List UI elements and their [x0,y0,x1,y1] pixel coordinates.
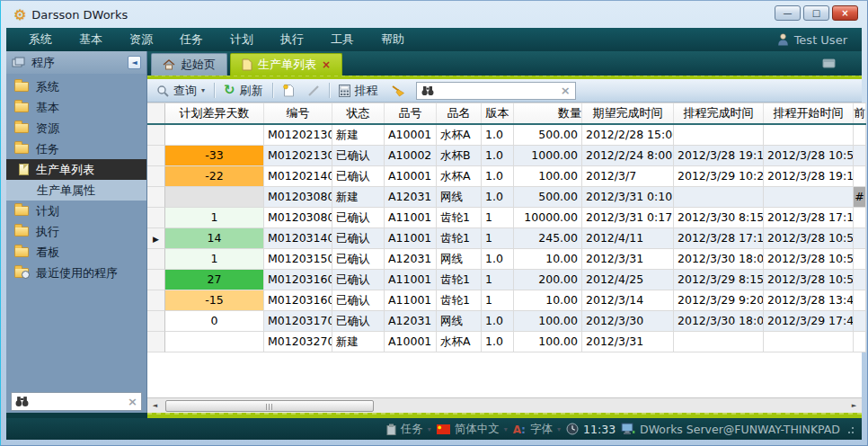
new-document-icon [282,84,295,97]
cell-version: 1.0 [482,146,514,166]
horizontal-scrollbar[interactable]: ◄ ► [147,397,862,413]
cell-clipped [854,270,866,290]
sidebar-item[interactable]: 基本 [6,97,146,118]
menu-item[interactable]: 工具 [317,31,368,48]
sidebar-item[interactable]: 生产单属性 [6,180,146,201]
sidebar-item[interactable]: 执行 [6,221,146,242]
cell-clipped: # [854,187,866,208]
sidebar-item[interactable]: 看板 [6,242,146,263]
table-row[interactable]: -33 M012021302 已确认 A10002 水杯B 1.0 1000.0… [147,146,866,166]
header-diff-days[interactable]: 计划差异天数 [165,103,264,123]
table-row[interactable]: M012030801 新建 A12031 网线 1.0 500.00 2012/… [147,187,866,208]
table-row[interactable]: 0 M012031701 已确认 A12031 网线 1.0 100.00 20… [147,311,866,332]
schedule-button[interactable]: 排程 [335,81,382,101]
resize-grip[interactable] [846,424,855,434]
tab-production-order-list[interactable]: 生产单列表 × [230,53,342,76]
cell-version: 1.0 [482,125,514,146]
window-list-icon[interactable] [822,57,837,68]
cell-sched-start [764,125,854,146]
menu-item[interactable]: 执行 [267,31,317,48]
sidebar-item[interactable]: 最近使用的程序 [6,263,146,283]
sidebar-title: 程序 [31,55,55,71]
cell-quantity: 10.00 [514,249,582,270]
grid-filter-input[interactable] [438,85,556,97]
table-row[interactable]: 1 M012030802 已确认 A11001 齿轮1 1 10000.00 2… [147,208,866,228]
toolbar-separator [329,83,330,98]
row-indicator [147,290,165,311]
table-row[interactable]: M012021301 新建 A10001 水杯A 1.0 500.00 2012… [147,125,866,146]
header-sched-finish[interactable]: 排程完成时间 [674,103,764,123]
sidebar-item[interactable]: 资源 [6,118,146,138]
scroll-left-button[interactable]: ◄ [147,398,163,413]
window-title: Darsson DWorks [31,8,128,22]
status-font-menu[interactable]: A: 字体 ▾ [513,422,561,437]
user-badge[interactable]: Test User [777,33,853,47]
cell-sched-start: 2012/3/28 17:13 [764,208,854,228]
menu-item[interactable]: 资源 [116,31,166,48]
minimize-button[interactable]: — [775,5,801,21]
header-version[interactable]: 版本 [482,103,514,123]
cell-clipped [854,228,866,249]
header-sched-start[interactable]: 排程开始时间 [764,103,854,123]
sidebar-search-input[interactable] [32,396,124,408]
status-server-label: DWorks Server@FUNWAY-THINKPAD [640,423,840,436]
clear-schedule-button[interactable] [387,83,409,99]
query-dropdown-caret-icon[interactable]: ▾ [201,86,205,94]
header-status[interactable]: 状态 [332,103,385,123]
cell-item-name: 水杯B [437,146,482,166]
cell-version: 1.0 [482,311,514,332]
table-row[interactable]: 27 M012031601 已确认 A11001 齿轮1 1 200.00 20… [147,270,866,290]
grid-filter-clear-icon[interactable]: × [561,85,571,96]
status-language-menu[interactable]: 简体中文 ▾ [437,422,508,437]
header-item-name[interactable]: 品名 [437,103,482,123]
table-row[interactable]: ▶ 14 M012031402 已确认 A11001 齿轮1 1 245.00 … [147,228,866,249]
menu-item[interactable]: 任务 [166,31,217,48]
table-row[interactable]: 1 M012031501 已确认 A12031 网线 1.0 10.00 201… [147,249,866,270]
menu-item[interactable]: 基本 [66,31,116,48]
close-button[interactable]: × [832,5,858,21]
row-indicator [147,311,165,332]
cell-item-name: 齿轮1 [437,270,482,290]
table-row[interactable]: -22 M012021401 已确认 A10001 水杯A 1.0 100.00… [147,166,866,187]
cell-diff-days: 0 [165,311,264,332]
query-button[interactable]: 查询 ▾ [153,81,208,101]
header-quantity[interactable]: 数量 [514,103,582,123]
header-clipped-column[interactable]: 前 [854,103,866,123]
sidebar-item-icon [14,268,29,278]
header-order-no[interactable]: 编号 [264,103,332,123]
cell-diff-days [165,125,264,146]
tab-close-icon[interactable]: × [322,59,331,70]
sidebar-item[interactable]: 任务 [6,138,146,159]
table-row[interactable]: M012032701 新建 A10001 水杯A 1.0 100.00 2012… [147,332,866,352]
header-item-no[interactable]: 品号 [385,103,437,123]
menu-item[interactable]: 系统 [15,31,66,48]
status-task-menu[interactable]: 任务 ▾ [386,422,431,437]
sidebar-item-icon [14,206,29,216]
sidebar-item[interactable]: 计划 [6,201,146,221]
cell-version: 1 [482,208,514,228]
cell-item-no: A10001 [385,125,437,146]
cell-quantity: 100.00 [514,166,582,187]
cell-item-name: 齿轮1 [437,290,482,311]
clock-icon [566,423,579,435]
refresh-button[interactable]: ↻ 刷新 [220,81,267,101]
tab-home[interactable]: 起始页 [151,53,227,76]
sidebar-item-label: 系统 [36,79,59,95]
edit-record-button[interactable] [304,83,323,99]
title-bar[interactable]: ⚙ Darsson DWorks — □ × [6,1,862,28]
menu-item[interactable]: 计划 [217,31,267,48]
font-icon: A: [513,423,526,436]
sidebar-item[interactable]: 系统 [6,76,146,97]
sidebar-item[interactable]: 生产单列表 [6,159,146,180]
sidebar-collapse-button[interactable]: ◄ [128,56,141,69]
cell-item-no: A12031 [385,311,437,332]
table-row[interactable]: -15 M012031602 已确认 A11001 齿轮1 1 10.00 20… [147,290,866,311]
maximize-button[interactable]: □ [803,5,829,21]
cell-item-name: 网线 [437,187,482,208]
menu-item[interactable]: 帮助 [368,31,418,48]
header-expected-finish[interactable]: 期望完成时间 [582,103,674,123]
new-record-button[interactable] [279,82,298,99]
scroll-right-button[interactable]: ► [846,398,862,413]
sidebar-search-clear-icon[interactable]: × [128,396,137,407]
scrollbar-thumb[interactable] [165,400,374,412]
